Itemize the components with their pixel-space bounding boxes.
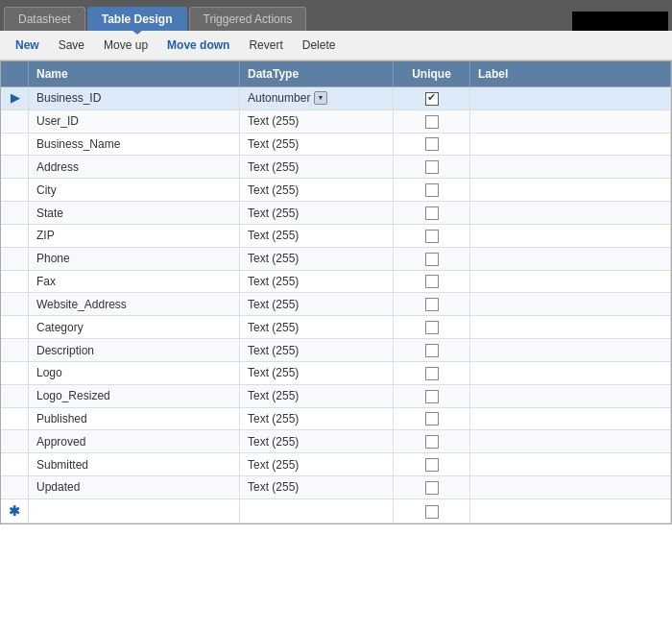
unique-checkbox[interactable] — [425, 183, 439, 197]
field-datatype[interactable]: Text (255) — [240, 224, 394, 247]
field-label[interactable] — [470, 247, 671, 270]
field-datatype[interactable]: Text (255) — [240, 476, 394, 499]
field-datatype[interactable]: Text (255) — [240, 430, 394, 453]
field-datatype[interactable]: Text (255) — [240, 453, 394, 476]
new-button[interactable]: New — [8, 36, 47, 54]
unique-checkbox[interactable] — [425, 321, 439, 334]
new-row[interactable]: ✱ — [1, 498, 671, 523]
unique-checkbox[interactable] — [425, 435, 439, 449]
tab-datasheet[interactable]: Datasheet — [4, 7, 85, 31]
field-name[interactable]: Address — [29, 156, 240, 179]
datatype-dropdown-icon[interactable]: ▼ — [314, 91, 327, 105]
table-row[interactable]: CityText (255) — [1, 179, 671, 202]
field-unique[interactable] — [394, 361, 470, 384]
field-unique[interactable] — [394, 476, 470, 499]
table-row[interactable]: DescriptionText (255) — [1, 339, 671, 362]
field-datatype[interactable]: Text (255) — [240, 247, 394, 270]
field-label[interactable] — [470, 87, 671, 110]
field-datatype[interactable]: Text (255) — [240, 202, 394, 225]
table-row[interactable]: ▶Business_IDAutonumber▼ — [1, 87, 671, 110]
unique-checkbox[interactable] — [425, 230, 439, 243]
unique-checkbox[interactable] — [425, 367, 439, 380]
unique-checkbox[interactable] — [425, 253, 439, 266]
field-name[interactable]: State — [29, 202, 240, 225]
table-row[interactable]: Logo_ResizedText (255) — [1, 384, 671, 407]
field-label[interactable] — [470, 224, 671, 247]
field-unique[interactable] — [394, 384, 470, 407]
new-row-unique[interactable] — [394, 498, 470, 523]
field-name[interactable]: Approved — [29, 430, 240, 453]
field-datatype[interactable]: Text (255) — [240, 133, 394, 156]
unique-checkbox[interactable] — [425, 275, 439, 288]
field-datatype[interactable]: Text (255) — [240, 361, 394, 384]
delete-button[interactable]: Delete — [295, 36, 344, 54]
field-label[interactable] — [470, 156, 671, 179]
field-name[interactable]: Submitted — [29, 453, 240, 476]
field-label[interactable] — [470, 430, 671, 453]
field-unique[interactable] — [394, 87, 470, 110]
field-unique[interactable] — [394, 407, 470, 430]
field-label[interactable] — [470, 316, 671, 339]
field-unique[interactable] — [394, 293, 470, 316]
field-name[interactable]: Category — [29, 316, 240, 339]
field-unique[interactable] — [394, 247, 470, 270]
field-label[interactable] — [470, 270, 671, 293]
save-button[interactable]: Save — [51, 36, 92, 54]
table-row[interactable]: FaxText (255) — [1, 270, 671, 293]
field-name[interactable]: Fax — [29, 270, 240, 293]
field-label[interactable] — [470, 476, 671, 499]
new-row-checkbox[interactable] — [425, 505, 439, 519]
field-label[interactable] — [470, 133, 671, 156]
field-name[interactable]: Business_Name — [29, 133, 240, 156]
field-label[interactable] — [470, 453, 671, 476]
field-datatype[interactable]: Text (255) — [240, 156, 394, 179]
field-name[interactable]: Website_Address — [29, 293, 240, 316]
unique-checkbox[interactable] — [425, 160, 439, 174]
field-datatype[interactable]: Text (255) — [240, 407, 394, 430]
field-label[interactable] — [470, 339, 671, 362]
new-row-label[interactable] — [470, 498, 671, 523]
table-row[interactable]: CategoryText (255) — [1, 316, 671, 339]
table-row[interactable]: LogoText (255) — [1, 361, 671, 384]
unique-checkbox[interactable] — [425, 481, 439, 495]
field-unique[interactable] — [394, 270, 470, 293]
table-row[interactable]: Website_AddressText (255) — [1, 293, 671, 316]
field-datatype[interactable]: Text (255) — [240, 316, 394, 339]
unique-checkbox[interactable] — [425, 458, 439, 472]
move-down-button[interactable]: Move down — [159, 36, 237, 54]
move-up-button[interactable]: Move up — [96, 36, 156, 54]
field-name[interactable]: User_ID — [29, 109, 240, 133]
field-unique[interactable] — [394, 179, 470, 202]
field-unique[interactable] — [394, 156, 470, 179]
unique-checkbox[interactable] — [425, 115, 439, 129]
field-datatype[interactable]: Text (255) — [240, 293, 394, 316]
field-label[interactable] — [470, 361, 671, 384]
field-unique[interactable] — [394, 202, 470, 225]
field-name[interactable]: Logo_Resized — [29, 384, 240, 407]
field-unique[interactable] — [394, 224, 470, 247]
field-name[interactable]: Logo — [29, 361, 240, 384]
field-datatype[interactable]: Text (255) — [240, 339, 394, 362]
unique-checkbox[interactable] — [425, 92, 439, 106]
field-datatype[interactable]: Text (255) — [240, 384, 394, 407]
unique-checkbox[interactable] — [425, 390, 439, 403]
table-row[interactable]: ApprovedText (255) — [1, 430, 671, 453]
field-datatype[interactable]: Autonumber▼ — [240, 87, 394, 110]
unique-checkbox[interactable] — [425, 137, 439, 151]
table-row[interactable]: AddressText (255) — [1, 156, 671, 179]
field-datatype[interactable]: Text (255) — [240, 179, 394, 202]
table-row[interactable]: PhoneText (255) — [1, 247, 671, 270]
tab-table-design[interactable]: Table Design — [87, 7, 187, 31]
table-row[interactable]: StateText (255) — [1, 202, 671, 225]
table-row[interactable]: PublishedText (255) — [1, 407, 671, 430]
field-datatype[interactable]: Text (255) — [240, 109, 394, 133]
unique-checkbox[interactable] — [425, 344, 439, 357]
field-label[interactable] — [470, 384, 671, 407]
new-row-name[interactable] — [29, 498, 240, 523]
unique-checkbox[interactable] — [425, 207, 439, 220]
field-unique[interactable] — [394, 133, 470, 156]
field-name[interactable]: Description — [29, 339, 240, 362]
field-name[interactable]: City — [29, 179, 240, 202]
table-row[interactable]: SubmittedText (255) — [1, 453, 671, 476]
field-name[interactable]: Business_ID — [29, 87, 240, 110]
